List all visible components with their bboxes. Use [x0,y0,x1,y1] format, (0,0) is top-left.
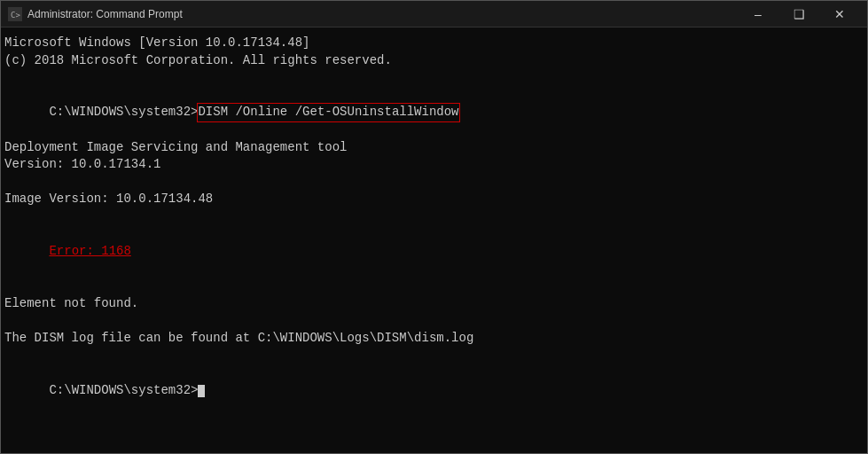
maximize-button[interactable]: ❑ [778,1,819,27]
blank-line-5 [4,313,864,331]
cursor [198,385,205,397]
output-line-4: Deployment Image Servicing and Managemen… [4,139,864,157]
window-controls: – ❑ ✕ [738,1,860,27]
window-icon: C> [8,7,22,21]
output-line-7: Image Version: 10.0.17134.48 [4,191,864,208]
final-prompt-line: C:\WINDOWS\system32> [4,364,864,417]
cmd-window: C> Administrator: Command Prompt – ❑ ✕ M… [0,0,868,454]
minimize-button[interactable]: – [738,1,778,27]
command-line: C:\WINDOWS\system32>DISM /Online /Get-OS… [4,87,864,139]
blank-line-2 [4,174,864,192]
output-line-11: Element not found. [4,295,864,313]
terminal-area[interactable]: Microsoft Windows [Version 10.0.17134.48… [1,27,867,453]
output-line-2: (c) 2018 Microsoft Corporation. All righ… [4,52,864,70]
output-line-1: Microsoft Windows [Version 10.0.17134.48… [4,35,864,52]
prompt-1: C:\WINDOWS\system32> [49,105,198,119]
blank-line-4 [4,278,864,295]
output-line-13: The DISM log file can be found at C:\WIN… [4,330,864,348]
command-text: DISM /Online /Get-OSUninstallWindow [198,104,458,121]
blank-line-6 [4,348,864,365]
error-line: Error: 1168 [4,226,864,278]
blank-line-1 [4,69,864,87]
error-text: Error: 1168 [49,244,130,258]
title-bar: C> Administrator: Command Prompt – ❑ ✕ [1,1,867,27]
output-line-5: Version: 10.0.17134.1 [4,156,864,174]
window-title: Administrator: Command Prompt [27,8,738,20]
blank-line-3 [4,208,864,226]
prompt-2: C:\WINDOWS\system32> [49,383,198,397]
svg-text:C>: C> [11,11,20,20]
close-button[interactable]: ✕ [819,1,860,27]
